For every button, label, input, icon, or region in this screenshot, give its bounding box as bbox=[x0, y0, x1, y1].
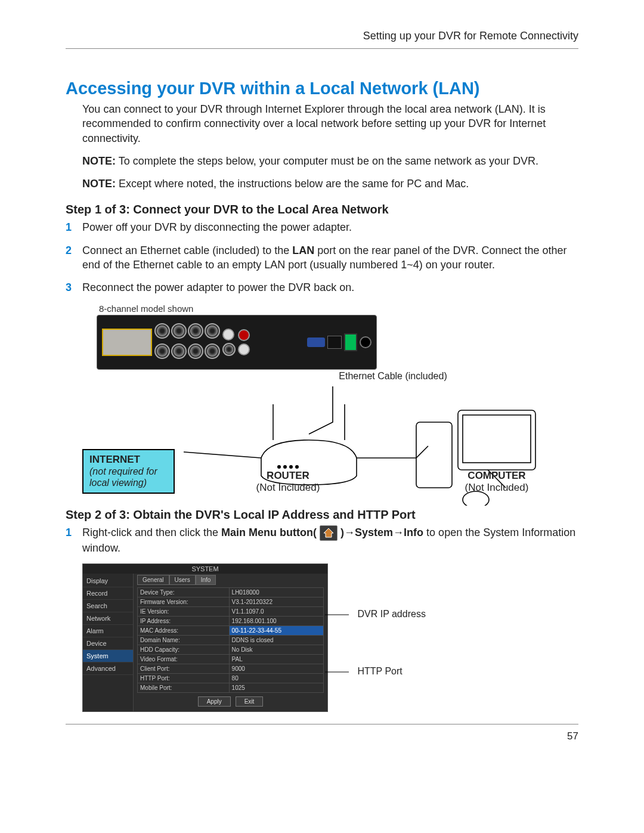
table-row: HDD Capacity:No Disk bbox=[138, 645, 324, 655]
note-1-prefix: NOTE: bbox=[82, 155, 116, 167]
callout-ip: DVR IP address bbox=[325, 609, 426, 620]
step1-item-1: Power off your DVR by disconnecting the … bbox=[66, 220, 578, 234]
table-row: Domain Name:DDNS is closed bbox=[138, 636, 324, 645]
exit-button[interactable]: Exit bbox=[236, 696, 264, 707]
sidebar-item-alarm[interactable]: Alarm bbox=[83, 625, 133, 637]
step1-heading: Step 1 of 3: Connect your DVR to the Loc… bbox=[66, 203, 578, 216]
connection-diagram: 8-channel model shown Ethernet bbox=[82, 304, 578, 494]
step1-item-2: Connect an Ethernet cable (included) to … bbox=[66, 243, 578, 272]
internet-box: INTERNET (not required for local viewing… bbox=[82, 449, 175, 493]
router-label: ROUTER (Not Included) bbox=[228, 470, 348, 494]
note-2: NOTE: Except where noted, the instructio… bbox=[82, 176, 578, 191]
ethernet-cable-label: Ethernet Cable (included) bbox=[208, 371, 578, 382]
lan-port bbox=[327, 336, 342, 349]
system-tabs: GeneralUsersInfo bbox=[137, 575, 324, 585]
table-row: MAC Address:00-11-22-33-44-55 bbox=[138, 626, 324, 636]
caution-label bbox=[102, 329, 152, 356]
power-switch bbox=[344, 333, 357, 351]
table-row: Firmware Version:V3.1-20120322 bbox=[138, 597, 324, 607]
tab-general[interactable]: General bbox=[137, 575, 169, 585]
audio-out2 bbox=[238, 343, 250, 355]
sidebar-item-device[interactable]: Device bbox=[83, 637, 133, 650]
system-window: SYSTEM DisplayRecordSearchNetworkAlarmDe… bbox=[82, 563, 328, 712]
callout-http-port: HTTP Port bbox=[325, 666, 402, 677]
page-number: 57 bbox=[66, 730, 578, 742]
step2-heading: Step 2 of 3: Obtain the DVR's Local IP A… bbox=[66, 508, 578, 522]
note-2-prefix: NOTE: bbox=[82, 178, 116, 190]
bnc-video-inputs bbox=[154, 323, 220, 361]
sidebar-item-system[interactable]: System bbox=[83, 650, 133, 662]
tab-users[interactable]: Users bbox=[169, 575, 196, 585]
intro-paragraph: You can connect to your DVR through Inte… bbox=[82, 102, 578, 145]
video-out bbox=[222, 343, 236, 356]
system-sidebar: DisplayRecordSearchNetworkAlarmDeviceSys… bbox=[83, 564, 134, 711]
audio-out bbox=[238, 329, 250, 341]
step1-list: Power off your DVR by disconnecting the … bbox=[66, 220, 578, 295]
note-1: NOTE: To complete the steps below, your … bbox=[82, 154, 578, 168]
table-row: IP Address:192.168.001.100 bbox=[138, 617, 324, 626]
internet-subtitle: (not required for local viewing) bbox=[89, 466, 168, 488]
table-row: Video Format:PAL bbox=[138, 655, 324, 664]
sidebar-item-search[interactable]: Search bbox=[83, 600, 133, 612]
apply-button[interactable]: Apply bbox=[198, 696, 231, 707]
home-icon bbox=[320, 525, 338, 541]
sidebar-item-advanced[interactable]: Advanced bbox=[83, 662, 133, 675]
page-header: Setting up your DVR for Remote Connectiv… bbox=[66, 30, 578, 42]
computer-label: COMPUTER (Not Included) bbox=[437, 470, 556, 494]
table-row: Client Port:9000 bbox=[138, 664, 324, 674]
power-jack bbox=[360, 336, 371, 348]
sidebar-item-network[interactable]: Network bbox=[83, 612, 133, 625]
table-row: Device Type:LH018000 bbox=[138, 588, 324, 597]
table-row: Mobile Port:1025 bbox=[138, 683, 324, 693]
vga-port bbox=[307, 337, 325, 347]
tab-info[interactable]: Info bbox=[196, 575, 216, 585]
table-row: IE Version:V1.1.1097.0 bbox=[138, 607, 324, 617]
footer-rule bbox=[66, 724, 578, 724]
table-row: HTTP Port:80 bbox=[138, 674, 324, 683]
dvr-rear-panel bbox=[97, 315, 377, 370]
system-buttons-row: ApplyExit bbox=[137, 693, 324, 708]
internet-title: INTERNET bbox=[89, 454, 168, 466]
audio-in bbox=[222, 329, 234, 340]
header-rule bbox=[66, 48, 578, 49]
sidebar-item-record[interactable]: Record bbox=[83, 587, 133, 600]
main-heading: Accessing your DVR within a Local Networ… bbox=[66, 79, 578, 98]
step2-item-1: Right-click and then click the Main Menu… bbox=[66, 525, 578, 556]
system-title: SYSTEM bbox=[83, 564, 327, 574]
system-info-table: Device Type:LH018000Firmware Version:V3.… bbox=[137, 587, 324, 693]
step2-list: Right-click and then click the Main Menu… bbox=[66, 525, 578, 556]
diagram-caption: 8-channel model shown bbox=[99, 304, 578, 314]
step1-item-3: Reconnect the power adapter to power the… bbox=[66, 280, 578, 295]
sidebar-item-display[interactable]: Display bbox=[83, 575, 133, 587]
